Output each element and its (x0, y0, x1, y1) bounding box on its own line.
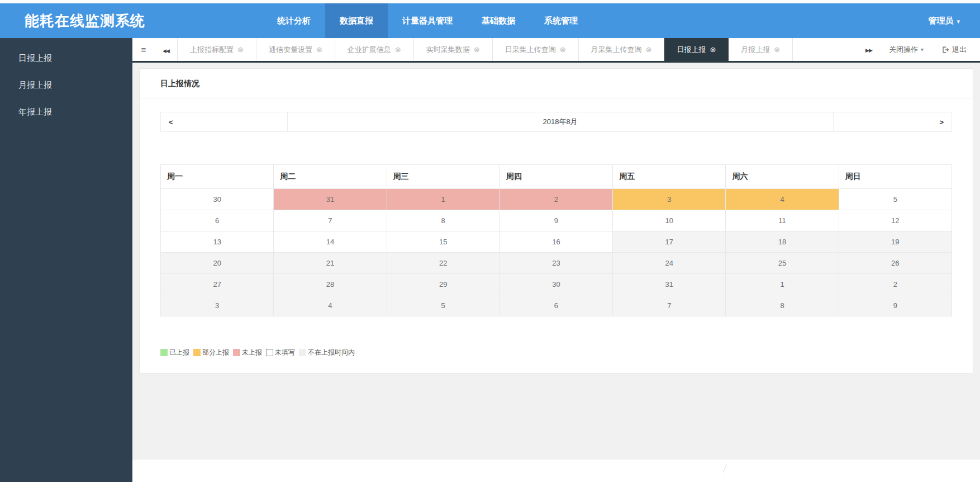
tab[interactable]: 企业扩展信息⊗ (335, 38, 414, 61)
calendar-day-cell[interactable]: 2 (499, 189, 612, 210)
weekday-header: 周日 (839, 165, 952, 189)
calendar-day-cell[interactable]: 13 (161, 231, 274, 253)
double-left-arrow-icon: ◀◀ (163, 48, 169, 54)
tab[interactable]: 通信变量设置⊗ (256, 38, 335, 61)
legend-label: 不在上报时间内 (308, 348, 355, 357)
calendar-day-cell[interactable]: 27 (161, 274, 274, 295)
calendar-legend: 已上报部分上报未上报未填写不在上报时间内 (160, 348, 952, 357)
legend-swatch (160, 349, 168, 356)
report-calendar: 周一周二周三周四周五周六周日 3031123456789101112131415… (160, 164, 952, 316)
tab-bar-spacer (793, 38, 858, 61)
logout-label: 退出 (952, 38, 967, 61)
panel-body: < 2018年8月 > 周一周二周三周四周五周六周日 3031123456789… (140, 98, 973, 373)
hamburger-icon: ≡ (141, 45, 146, 54)
sidebar-item[interactable]: 年报上报 (0, 98, 132, 125)
logout-button[interactable]: 退出 (933, 38, 976, 61)
calendar-day-cell[interactable]: 14 (274, 231, 387, 253)
tab[interactable]: 上报指标配置⊗ (177, 38, 256, 61)
tab-label: 月采集上传查询 (591, 45, 642, 55)
tab-close-icon[interactable]: ⊗ (237, 45, 244, 54)
legend-item: 已上报 (160, 348, 189, 357)
top-nav-item[interactable]: 数据直报 (325, 3, 388, 38)
calendar-day-cell[interactable]: 26 (839, 253, 952, 274)
tab-close-icon[interactable]: ⊗ (474, 45, 480, 54)
tab[interactable]: 日采集上传查询⊗ (493, 38, 579, 61)
top-nav-item[interactable]: 计量器具管理 (388, 3, 467, 38)
tab-close-icon[interactable]: ⊗ (710, 45, 716, 54)
calendar-day-cell[interactable]: 5 (387, 295, 499, 316)
tab-close-icon[interactable]: ⊗ (560, 45, 566, 54)
tab-close-icon[interactable]: ⊗ (646, 45, 652, 54)
calendar-day-cell[interactable]: 9 (499, 210, 612, 231)
legend-label: 部分上报 (202, 348, 229, 357)
calendar-day-cell[interactable]: 18 (726, 231, 839, 253)
tab-close-icon[interactable]: ⊗ (774, 45, 780, 54)
top-nav-item[interactable]: 系统管理 (530, 3, 592, 38)
tab-label: 通信变量设置 (269, 45, 312, 55)
next-month-button[interactable]: > (833, 112, 952, 132)
menu-toggle-button[interactable]: ≡ (132, 38, 155, 61)
calendar-day-cell[interactable]: 30 (161, 189, 274, 210)
legend-item: 未填写 (266, 348, 295, 357)
weekday-header: 周五 (613, 165, 726, 189)
weekday-header: 周四 (499, 165, 612, 189)
calendar-day-cell[interactable]: 6 (161, 210, 274, 231)
scroll-tabs-left-button[interactable]: ◀◀ (155, 38, 177, 61)
open-tabs: 上报指标配置⊗通信变量设置⊗企业扩展信息⊗实时采集数据⊗日采集上传查询⊗月采集上… (177, 38, 793, 61)
user-menu[interactable]: 管理员▾ (928, 3, 980, 38)
prev-month-button[interactable]: < (161, 112, 288, 132)
calendar-day-cell[interactable]: 17 (613, 231, 726, 253)
calendar-day-cell[interactable]: 31 (274, 189, 387, 210)
calendar-day-cell[interactable]: 20 (161, 253, 274, 274)
tab-close-icon[interactable]: ⊗ (395, 45, 401, 54)
caret-down-icon: ▾ (957, 18, 960, 25)
calendar-day-cell[interactable]: 8 (726, 295, 839, 316)
tab[interactable]: 月采集上传查询⊗ (579, 38, 665, 61)
calendar-day-cell[interactable]: 28 (274, 274, 387, 295)
calendar-day-cell[interactable]: 2 (839, 274, 952, 295)
calendar-day-cell[interactable]: 8 (387, 210, 499, 231)
calendar-day-cell[interactable]: 24 (613, 253, 726, 274)
tab-label: 实时采集数据 (426, 45, 470, 55)
calendar-day-cell[interactable]: 22 (387, 253, 499, 274)
calendar-day-cell[interactable]: 15 (387, 231, 499, 253)
tab[interactable]: 月报上报⊗ (729, 38, 793, 61)
calendar-day-cell[interactable]: 9 (839, 295, 952, 316)
calendar-day-cell[interactable]: 3 (161, 295, 274, 316)
tab[interactable]: 日报上报⊗ (664, 38, 729, 61)
sidebar-item[interactable]: 日报上报 (0, 45, 132, 72)
calendar-day-cell[interactable]: 5 (839, 189, 952, 210)
calendar-day-cell[interactable]: 30 (499, 274, 612, 295)
calendar-day-cell[interactable]: 16 (499, 231, 612, 253)
tab[interactable]: 实时采集数据⊗ (414, 38, 493, 61)
app-window: 能耗在线监测系统 统计分析数据直报计量器具管理基础数据系统管理 管理员▾ 日报上… (0, 0, 980, 482)
legend-item: 部分上报 (193, 348, 229, 357)
calendar-day-cell[interactable]: 21 (274, 253, 387, 274)
calendar-day-cell[interactable]: 31 (613, 274, 726, 295)
calendar-day-cell[interactable]: 29 (387, 274, 499, 295)
calendar-day-cell[interactable]: 4 (274, 295, 387, 316)
top-nav-item[interactable]: 基础数据 (467, 3, 530, 38)
calendar-day-cell[interactable]: 12 (839, 210, 952, 231)
calendar-day-cell[interactable]: 10 (613, 210, 726, 231)
main-area: 日报上报月报上报年报上报 ≡ ◀◀ 上报指标配置⊗通信变量设置⊗企业扩展信息⊗实… (0, 38, 980, 482)
calendar-day-cell[interactable]: 3 (613, 189, 726, 210)
scroll-tabs-right-button[interactable]: ▶▶ (858, 38, 880, 62)
top-nav-item[interactable]: 统计分析 (263, 3, 325, 38)
close-operations-dropdown[interactable]: 关闭操作 ▾ (880, 38, 933, 61)
calendar-day-cell[interactable]: 7 (274, 210, 387, 231)
sidebar-item[interactable]: 月报上报 (0, 72, 132, 98)
calendar-day-cell[interactable]: 6 (499, 295, 612, 316)
panel-title: 日上报情况 (140, 69, 973, 98)
footer-area (132, 460, 980, 482)
calendar-day-cell[interactable]: 1 (387, 189, 499, 210)
calendar-day-cell[interactable]: 7 (613, 295, 726, 316)
calendar-day-cell[interactable]: 4 (726, 189, 839, 210)
calendar-day-cell[interactable]: 23 (499, 253, 612, 274)
calendar-day-cell[interactable]: 25 (726, 253, 839, 274)
calendar-day-cell[interactable]: 19 (839, 231, 952, 253)
calendar-day-cell[interactable]: 11 (726, 210, 839, 231)
tab-label: 上报指标配置 (190, 45, 234, 55)
tab-close-icon[interactable]: ⊗ (316, 45, 322, 54)
calendar-day-cell[interactable]: 1 (726, 274, 839, 295)
